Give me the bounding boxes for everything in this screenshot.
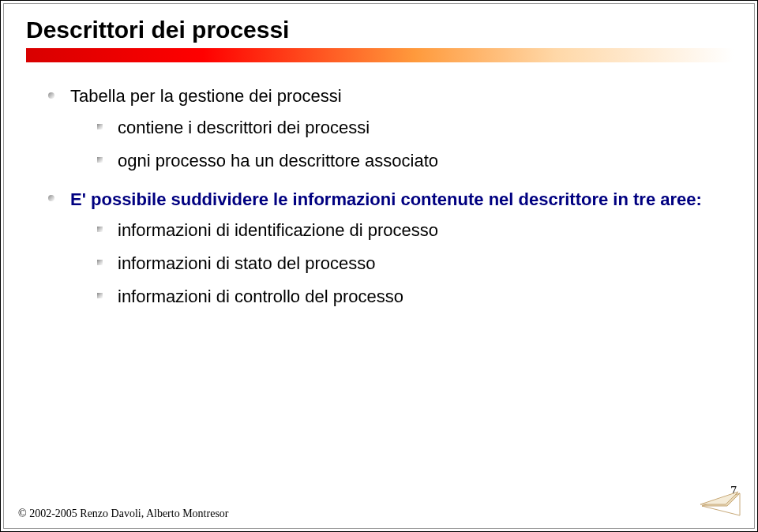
- bullet-square-icon: [97, 157, 103, 163]
- sub-list: contiene i descrittori dei processi ogni…: [70, 115, 732, 174]
- bullet-text: Tabella per la gestione dei processi: [70, 86, 342, 106]
- page-title: Descrittori dei processi: [26, 17, 732, 43]
- bullet-level2: informazioni di stato del processo: [70, 251, 732, 276]
- page-fold-icon: [700, 489, 743, 520]
- page-corner: 7: [700, 485, 743, 520]
- bullet-text: ogni processo ha un descrittore associat…: [118, 151, 438, 170]
- bullet-text: informazioni di stato del processo: [118, 253, 376, 273]
- bullet-square-icon: [97, 227, 103, 232]
- content-area: Tabella per la gestione dei processi con…: [26, 84, 732, 309]
- slide: Descrittori dei processi Tabella per la …: [1, 1, 757, 335]
- bullet-level1-emphasis: E' possibile suddividere le informazioni…: [48, 188, 732, 309]
- bullet-level2: contiene i descrittori dei processi: [70, 115, 732, 140]
- bullet-level1: Tabella per la gestione dei processi con…: [48, 84, 732, 174]
- bullet-level2: informazioni di controllo del processo: [70, 284, 732, 309]
- bullet-text: E' possibile suddividere le informazioni…: [70, 189, 702, 209]
- bullet-text: informazioni di identificazione di proce…: [118, 220, 438, 240]
- bullet-square-icon: [97, 260, 103, 265]
- bullet-square-icon: [97, 124, 103, 129]
- footer-copyright: © 2002-2005 Renzo Davoli, Alberto Montre…: [18, 508, 229, 520]
- bullet-square-icon: [97, 293, 103, 298]
- bullet-dot-icon: [48, 92, 54, 99]
- title-underline: [26, 48, 734, 62]
- bullet-text: contiene i descrittori dei processi: [118, 118, 370, 137]
- bullet-level2: informazioni di identificazione di proce…: [70, 218, 732, 243]
- bullet-text: informazioni di controllo del processo: [118, 287, 403, 306]
- bullet-level2: ogni processo ha un descrittore associat…: [70, 148, 732, 174]
- bullet-dot-icon: [48, 195, 54, 201]
- sub-list: informazioni di identificazione di proce…: [70, 218, 732, 309]
